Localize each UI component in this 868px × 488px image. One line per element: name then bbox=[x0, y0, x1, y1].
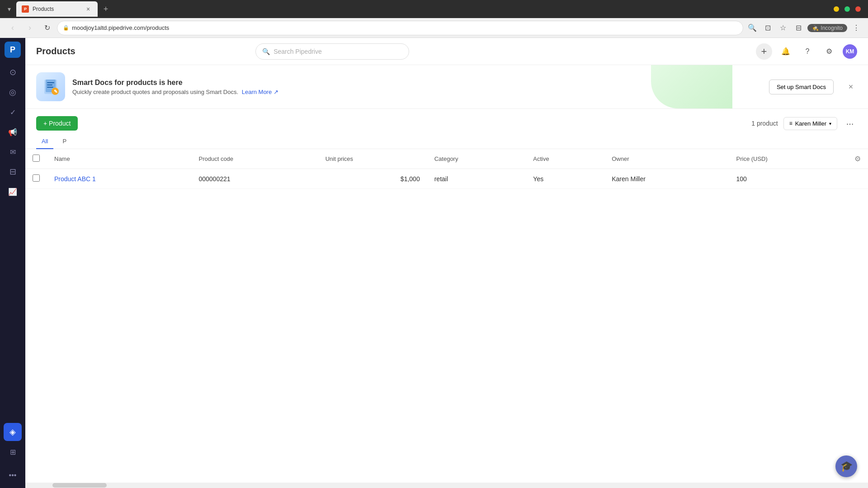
filter-owner-label: Karen Miller bbox=[795, 120, 826, 127]
col-header-owner[interactable]: Owner bbox=[604, 149, 729, 169]
minimize-button[interactable] bbox=[834, 6, 839, 12]
col-header-unit-prices[interactable]: Unit prices bbox=[318, 149, 427, 169]
col-settings-col: ⚙ bbox=[847, 149, 868, 169]
search-icon: 🔍 bbox=[262, 48, 270, 55]
row-checkbox-cell bbox=[25, 169, 47, 189]
table-row: Product ABC 1 000000221 $1,000 retail Ye… bbox=[25, 169, 868, 189]
lock-icon: 🔒 bbox=[63, 25, 69, 31]
settings-button[interactable]: ⚙ bbox=[821, 43, 837, 60]
split-view-btn[interactable]: ⊟ bbox=[792, 22, 805, 34]
add-product-button[interactable]: + Product bbox=[36, 116, 78, 131]
cell-settings bbox=[847, 169, 868, 189]
svg-text:✎: ✎ bbox=[54, 89, 57, 94]
horizontal-scrollbar[interactable] bbox=[25, 483, 868, 488]
filter-icon: ≡ bbox=[789, 120, 793, 127]
incognito-label: Incognito bbox=[821, 25, 843, 31]
cell-product-code: 000000221 bbox=[191, 169, 318, 189]
banner-icon-svg: ✎ bbox=[42, 78, 60, 96]
product-count: 1 product bbox=[751, 120, 778, 127]
cell-price: 100 bbox=[729, 169, 848, 189]
products-table: Name Product code Unit prices Category bbox=[25, 149, 868, 189]
address-text: moodjoy1altd.pipedrive.com/products bbox=[72, 24, 169, 31]
filter-tab-all[interactable]: All bbox=[36, 134, 53, 149]
svg-rect-2 bbox=[47, 82, 54, 83]
tab-list-button[interactable]: ▾ bbox=[4, 4, 14, 14]
banner-learn-more-link[interactable]: Learn More ↗ bbox=[242, 89, 278, 95]
search-placeholder: Search Pipedrive bbox=[274, 48, 322, 55]
cell-unit-prices: $1,000 bbox=[318, 169, 427, 189]
forward-button[interactable]: › bbox=[23, 21, 37, 35]
content-area: ✎ Smart Docs for products is here Quickl… bbox=[25, 65, 868, 488]
main-content: Products 🔍 Search Pipedrive + 🔔 ? ⚙ KM bbox=[25, 38, 868, 488]
address-bar[interactable]: 🔒 moodjoy1altd.pipedrive.com/products bbox=[57, 21, 743, 35]
col-header-product-code[interactable]: Product code bbox=[191, 149, 318, 169]
search-container: 🔍 Search Pipedrive bbox=[242, 43, 423, 60]
smart-docs-banner: ✎ Smart Docs for products is here Quickl… bbox=[25, 65, 868, 109]
browser-chrome: ▾ P Products × + ‹ › ↻ 🔒 moodjoy1altd.pi… bbox=[0, 0, 868, 38]
setup-smart-docs-button[interactable]: Set up Smart Docs bbox=[769, 80, 834, 94]
table-header-row: Name Product code Unit prices Category bbox=[25, 149, 868, 169]
cell-name[interactable]: Product ABC 1 bbox=[47, 169, 191, 189]
sidebar-item-insights[interactable]: 📈 bbox=[4, 183, 22, 201]
sidebar-item-reports[interactable]: ⊟ bbox=[4, 163, 22, 181]
banner-close-button[interactable]: × bbox=[844, 80, 857, 93]
sidebar: P ⊙ ◎ ✓ 📢 ✉ ⊟ 📈 ◈ ⊞ ••• bbox=[0, 38, 25, 488]
banner-title: Smart Docs for products is here bbox=[72, 79, 762, 87]
sidebar-item-deals[interactable]: ◎ bbox=[4, 83, 22, 101]
close-window-button[interactable] bbox=[855, 6, 861, 12]
owner-filter-button[interactable]: ≡ Karen Miller ▾ bbox=[783, 117, 837, 130]
reload-button[interactable]: ↻ bbox=[40, 21, 54, 35]
select-all-col bbox=[25, 149, 47, 169]
col-header-name[interactable]: Name bbox=[47, 149, 191, 169]
column-settings-button[interactable]: ⚙ bbox=[854, 155, 861, 163]
sidebar-item-leads[interactable]: 📢 bbox=[4, 123, 22, 141]
sidebar-item-products[interactable]: ◈ bbox=[4, 423, 22, 441]
cell-category: retail bbox=[427, 169, 526, 189]
sidebar-item-activities[interactable]: ✓ bbox=[4, 103, 22, 121]
add-button[interactable]: + bbox=[756, 43, 772, 60]
tab-title: Products bbox=[33, 6, 80, 12]
svg-rect-3 bbox=[47, 84, 52, 85]
browser-nav-bar: ‹ › ↻ 🔒 moodjoy1altd.pipedrive.com/produ… bbox=[0, 18, 868, 38]
avatar[interactable]: KM bbox=[843, 44, 857, 59]
cell-owner: Karen Miller bbox=[604, 169, 729, 189]
back-button[interactable]: ‹ bbox=[5, 21, 20, 35]
search-icon-btn[interactable]: 🔍 bbox=[746, 22, 759, 34]
active-tab[interactable]: P Products × bbox=[16, 1, 98, 17]
banner-text: Smart Docs for products is here Quickly … bbox=[72, 79, 762, 95]
products-toolbar: + Product 1 product ≡ Karen Miller ▾ ··· bbox=[25, 109, 868, 134]
search-box[interactable]: 🔍 Search Pipedrive bbox=[255, 43, 409, 60]
bookmark-btn[interactable]: ☆ bbox=[777, 22, 789, 34]
scrollbar-thumb[interactable] bbox=[52, 483, 107, 488]
row-checkbox[interactable] bbox=[33, 174, 40, 182]
app-header: Products 🔍 Search Pipedrive + 🔔 ? ⚙ KM bbox=[25, 38, 868, 65]
reader-view-btn[interactable]: ⊡ bbox=[761, 22, 774, 34]
sidebar-item-contacts[interactable]: ✉ bbox=[4, 143, 22, 161]
col-header-active[interactable]: Active bbox=[526, 149, 604, 169]
browser-menu-btn[interactable]: ⋮ bbox=[850, 22, 863, 34]
cell-active: Yes bbox=[526, 169, 604, 189]
filter-tab-p[interactable]: P bbox=[57, 134, 72, 149]
svg-rect-4 bbox=[47, 87, 53, 88]
browser-tabs-bar: ▾ P Products × + bbox=[0, 0, 868, 18]
maximize-button[interactable] bbox=[844, 6, 850, 12]
notifications-button[interactable]: 🔔 bbox=[778, 43, 794, 60]
sidebar-more-button[interactable]: ••• bbox=[4, 466, 22, 484]
help-button[interactable]: ? bbox=[799, 43, 816, 60]
page-title: Products bbox=[36, 46, 75, 56]
more-options-button[interactable]: ··· bbox=[843, 116, 857, 131]
new-tab-button[interactable]: + bbox=[99, 3, 112, 15]
incognito-icon: 🕵 bbox=[812, 25, 819, 31]
banner-icon: ✎ bbox=[36, 72, 65, 101]
header-actions: + 🔔 ? ⚙ KM bbox=[756, 43, 857, 60]
col-header-price[interactable]: Price (USD) bbox=[729, 149, 848, 169]
tab-favicon: P bbox=[22, 5, 29, 13]
sidebar-item-integrations[interactable]: ⊞ bbox=[4, 443, 22, 461]
sidebar-item-home[interactable]: ⊙ bbox=[4, 63, 22, 81]
select-all-checkbox[interactable] bbox=[33, 155, 40, 162]
help-fab-button[interactable]: 🎓 bbox=[835, 455, 857, 477]
tab-close-button[interactable]: × bbox=[84, 5, 92, 13]
chevron-down-icon: ▾ bbox=[829, 121, 831, 126]
col-header-category[interactable]: Category bbox=[427, 149, 526, 169]
banner-description: Quickly create product quotes and propos… bbox=[72, 89, 762, 95]
